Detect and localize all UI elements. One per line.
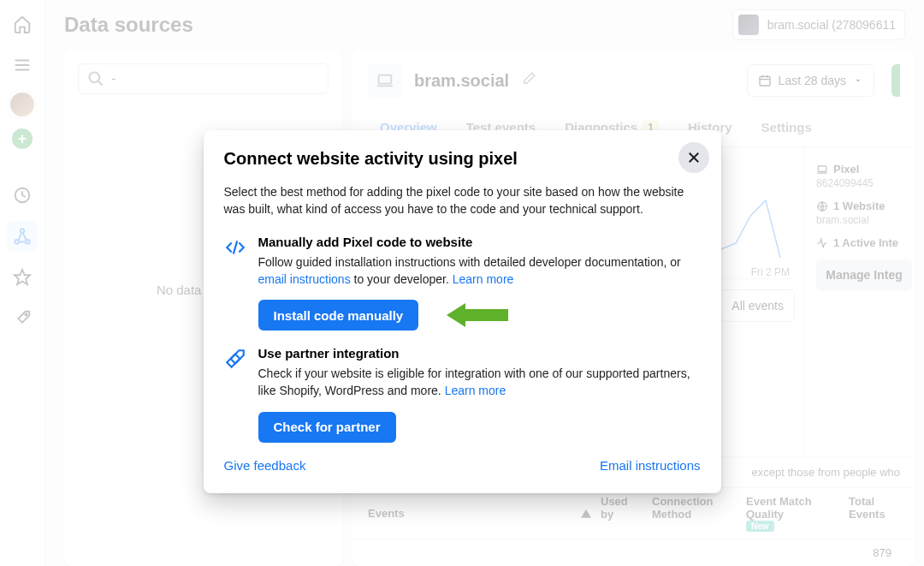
method-manual: Manually add Pixel code to website Follo… (224, 235, 701, 331)
modal-overlay: Connect website activity using pixel Sel… (0, 0, 924, 566)
modal-close-button[interactable] (678, 142, 709, 173)
learn-more-link-2[interactable]: Learn more (445, 384, 506, 397)
code-icon (224, 236, 246, 331)
close-icon (686, 150, 702, 165)
method-partner: Use partner integration Check if your we… (224, 346, 701, 442)
email-instructions-footer-link[interactable]: Email instructions (600, 458, 701, 473)
check-partner-button[interactable]: Check for partner (258, 412, 396, 443)
partner-icon (224, 348, 246, 442)
manual-desc: Follow guided installation instructions … (258, 254, 701, 288)
partner-title: Use partner integration (258, 346, 701, 360)
modal-desc: Select the best method for adding the pi… (224, 184, 701, 217)
give-feedback-link[interactable]: Give feedback (224, 458, 306, 473)
modal-footer: Give feedback Email instructions (224, 458, 701, 473)
install-code-button[interactable]: Install code manually (258, 300, 419, 331)
email-instructions-link[interactable]: email instructions (258, 272, 351, 286)
manual-title: Manually add Pixel code to website (258, 235, 701, 249)
partner-desc: Check if your website is eligible for in… (258, 366, 701, 399)
svg-line-20 (233, 241, 236, 254)
connect-pixel-modal: Connect website activity using pixel Sel… (204, 130, 721, 493)
learn-more-link-1[interactable]: Learn more (453, 272, 514, 286)
modal-title: Connect website activity using pixel (224, 149, 701, 169)
